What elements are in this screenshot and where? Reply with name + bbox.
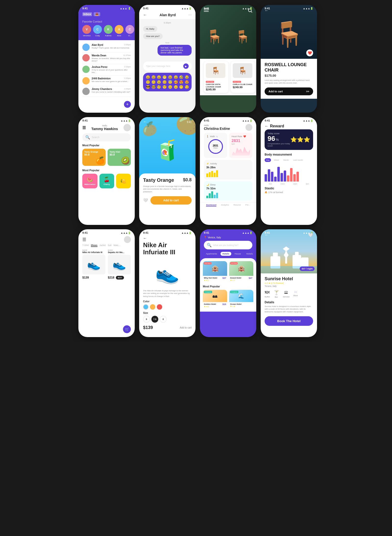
color-red[interactable] <box>157 304 162 310</box>
back-arrow-hotel[interactable]: ← <box>265 233 269 237</box>
fruit-card-cherry[interactable]: 🍒 Cherry <box>99 174 114 188</box>
period-tab-month[interactable]: Month <box>282 158 290 162</box>
shoe-card-2[interactable]: NIKE Sepatu Air Ma... 👟 $218 BUY <box>108 249 131 280</box>
period-tabs: Day Week Month Last month <box>265 158 313 162</box>
tab-analytics[interactable]: Analytics <box>221 204 229 207</box>
fruit-card-watermelon[interactable]: 🍉 Watermelon <box>82 174 98 188</box>
hotel-why-hot[interactable]: 🏨 Hot Deal Why Hot Hotel $37 ★ 4.3 <box>203 261 227 282</box>
size-6[interactable]: 6 <box>143 316 150 323</box>
why-hot-price: $37 <box>222 277 226 279</box>
price-per-night-badge: $37 / night <box>300 267 315 271</box>
tab-resume[interactable]: Resume <box>233 204 241 207</box>
ocean-name: Ocean Hotel <box>230 303 242 305</box>
shoe-name-1: Nike Air Infuriate III <box>82 251 105 254</box>
color-orange[interactable] <box>150 304 155 310</box>
location-pin-icon: 📍 <box>204 236 207 239</box>
size-7-5-active[interactable]: 7.5 <box>151 316 158 323</box>
cat-shoes[interactable]: Shoes <box>91 244 98 247</box>
health-hello: Hello <box>204 124 230 127</box>
filter-hotels-active[interactable]: Hotels <box>220 252 231 256</box>
food-search[interactable]: 🔍 Search <box>82 133 131 141</box>
filter-house[interactable]: House <box>233 252 243 256</box>
search-icon-hotel: 🔍 <box>207 243 212 247</box>
fav-veronica[interactable]: V Veronica <box>82 25 91 37</box>
back-arrow-juice[interactable]: ← <box>143 120 147 124</box>
food-card-orange[interactable]: Tasty Orange $0.8 🍊 <box>82 149 106 166</box>
chat-input-area[interactable]: Type your message here ▶ <box>143 61 192 71</box>
period-tab-day[interactable]: Day <box>265 158 271 162</box>
size-8[interactable]: 8 <box>160 316 167 323</box>
status-bar-5: 9:41 ▲▲▲🔋 <box>78 117 135 123</box>
shoes-avatar <box>124 236 131 243</box>
menu-icon-food[interactable]: ☰ <box>82 125 86 130</box>
fav-cody[interactable]: C Cody <box>93 25 102 37</box>
color-blue[interactable] <box>143 304 148 310</box>
fruit-card-lemon[interactable]: 🍋 <box>116 174 131 188</box>
msg-jimmy[interactable]: Jimmy Chambers 2:30pm Can you come to Ja… <box>82 86 131 97</box>
back-arrow-chat[interactable]: ← <box>143 13 147 17</box>
msg-joshua[interactable]: Joshua Perez 2:30pm I'll try to answer a… <box>82 64 131 76</box>
filter-apartments[interactable]: Apartments <box>204 252 219 256</box>
back-arrow-reward[interactable]: ← <box>265 124 269 128</box>
period-tab-lastmonth[interactable]: Last month <box>292 158 305 162</box>
add-to-cart-juice[interactable]: Add to cart <box>150 196 192 205</box>
hotel-ocean[interactable]: 🌊 Cheapest Ocean Hotel ★ 4.8 <box>229 290 253 309</box>
activity-value: 3h 28m <box>206 166 250 169</box>
msg-avatar-jimmy <box>82 88 90 95</box>
menu-icon-shoes[interactable]: ☰ <box>82 237 86 242</box>
shoe-img-2: 👟 <box>108 255 131 274</box>
heart-button[interactable]: ❤️ <box>306 49 313 56</box>
product-card-2[interactable]: 🪑 New Sale CARLA CLUB CHAIR $249.99 <box>231 61 255 93</box>
svg-line-4 <box>251 11 252 12</box>
activity-label: ⚡ Activity <box>206 162 250 165</box>
cart-fab[interactable]: 🛒 <box>123 325 131 333</box>
hotel-search-bar[interactable]: 🔍 What are you looking for? <box>204 241 252 249</box>
why-hot-hotel-img: 🏨 Hot Deal <box>203 261 227 276</box>
status-bar-3: 9:41 ▲▲▲🔋 <box>200 5 256 11</box>
status-bar-11: 9:41 ▲▲▲🔋 <box>200 229 256 235</box>
chat-body: 9:30pm Hi, Baby How are you? Now Not bad… <box>139 19 196 60</box>
tab-dashboard[interactable]: Dashboard <box>206 204 216 207</box>
fav-cl[interactable]: C Cl... <box>125 25 134 37</box>
tab-per[interactable]: Per... <box>245 204 250 207</box>
back-arrow-chair[interactable]: ← <box>265 8 269 13</box>
chat-options[interactable]: ··· <box>188 13 192 17</box>
health-stats-grid: 🚶 Walk ↑↓ 2831 Steps Heart Rate ❤️ 2831 … <box>200 133 256 158</box>
hotel-golden[interactable]: 🏘 Cheapest Golden Hotel $15 ★ 4.8 <box>203 290 227 309</box>
time-1: 9:41 <box>82 7 88 10</box>
add-to-cart-button[interactable]: Add to cart >> <box>265 87 313 95</box>
phone-nike-detail: 9:41 ▲▲▲🔋 ← Nike Air Infuriate III 👟 The… <box>139 229 196 337</box>
heart-icon-juice[interactable]: 🤍 <box>143 198 148 203</box>
add-to-cart-nike[interactable]: Add to cart <box>180 326 192 329</box>
shoe-card-1[interactable]: NIKE Nike Air Infuriate III 👟 $139 <box>82 249 105 280</box>
buffet-icon: 🍽 <box>265 290 269 295</box>
chair-img-1: 🪑 <box>206 29 223 45</box>
amenity-more[interactable]: ··· More <box>293 290 298 298</box>
msg-wanda[interactable]: Wanda Dean 11:37am Woaaa, so beautiful. … <box>82 53 131 64</box>
product-img-2: 🪑 <box>233 63 252 78</box>
msg-badminton[interactable]: 2/4/6 Badminton 2:30pm We need to win ne… <box>82 76 131 86</box>
fab-compose[interactable]: + <box>124 101 131 108</box>
send-button[interactable]: ▶ <box>183 63 189 69</box>
heart-icon-hotel[interactable]: 🤍 <box>308 233 313 237</box>
period-tab-week[interactable]: Week <box>272 158 280 162</box>
fav-alice[interactable]: A Alice <box>115 25 123 37</box>
featured-hotels: 🏨 Hot Deal Why Hot Hotel $37 ★ 4.3 🏨 <box>203 261 253 282</box>
fav-katrina[interactable]: K Katrina <box>104 25 113 37</box>
product-card-1[interactable]: 🪑 New Sale CANYON VISTA LOUNGE CHAIR $24… <box>204 61 228 93</box>
buy-button[interactable]: BUY <box>116 276 124 280</box>
cat-suit[interactable]: Suit <box>108 244 112 247</box>
chat-bubbles: Hi, Baby How are you? Now Not bad, I jus… <box>143 26 192 57</box>
hotel-grand[interactable]: 🏨 Hot Deal Grand Hotel $47 ★ 4.7 <box>229 261 253 282</box>
book-hotel-button[interactable]: Book The Hotel <box>265 316 313 326</box>
shoe-price-2: $218 <box>108 276 114 279</box>
food-card-kiwi[interactable]: Tasty Kiwi $0.8 🥝 <box>108 149 131 166</box>
filter-motels[interactable]: Motels <box>245 252 255 256</box>
cat-jacket[interactable]: Jacket <box>99 244 106 247</box>
cheapest-badge-1: Cheapest <box>204 291 212 293</box>
product-badge-1: New Sale <box>206 81 214 83</box>
back-arrow-nike[interactable]: ← <box>143 236 147 240</box>
msg-alan[interactable]: Alan Byrd 2:30pm Really? That's great. W… <box>82 42 131 53</box>
cat-watch[interactable]: Watc... <box>113 244 120 247</box>
cat-tshirt[interactable]: T-Shirt <box>82 244 89 247</box>
